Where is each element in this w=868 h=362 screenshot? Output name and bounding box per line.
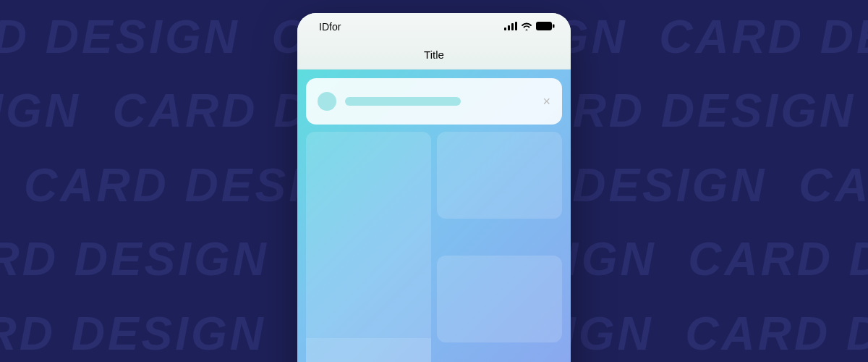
svg-rect-5 xyxy=(553,25,555,28)
device-mockup: IDfor xyxy=(297,13,571,362)
status-icons xyxy=(504,21,555,33)
battery-icon xyxy=(536,21,555,33)
grid-tile-right-bottom[interactable] xyxy=(437,256,562,342)
notification-avatar xyxy=(318,92,336,111)
wifi-icon xyxy=(521,21,532,33)
page-title: Title xyxy=(424,49,444,61)
svg-rect-0 xyxy=(504,28,506,30)
tile-footer xyxy=(306,338,431,362)
notification-text-placeholder xyxy=(345,97,461,106)
svg-rect-2 xyxy=(511,23,514,30)
close-icon[interactable]: × xyxy=(542,95,550,108)
svg-rect-4 xyxy=(536,22,552,30)
svg-rect-1 xyxy=(508,25,510,30)
grid-tile-left[interactable] xyxy=(306,132,431,362)
card-grid xyxy=(306,132,562,362)
title-bar: Title xyxy=(297,41,571,70)
grid-tile-right-top[interactable] xyxy=(437,132,562,219)
cellular-icon xyxy=(504,21,517,33)
status-bar: IDfor xyxy=(297,13,571,41)
notification-card[interactable]: × xyxy=(306,78,562,125)
carrier-label: IDfor xyxy=(319,21,341,33)
svg-rect-3 xyxy=(515,22,517,30)
content-area: × xyxy=(297,70,571,362)
